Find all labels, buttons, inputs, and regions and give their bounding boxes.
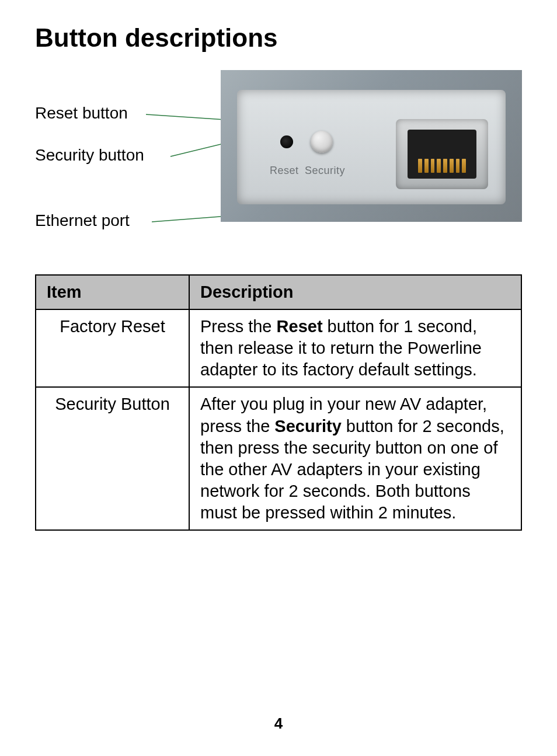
device-photo: Reset Security xyxy=(221,70,522,222)
button-diagram: Reset button Security button Ethernet po… xyxy=(35,70,522,234)
svg-line-2 xyxy=(152,216,228,222)
description-table: Item Description Factory Reset Press the… xyxy=(35,274,522,531)
callout-ethernet: Ethernet port xyxy=(35,211,130,230)
page-number: 4 xyxy=(0,715,557,733)
page-title: Button descriptions xyxy=(35,23,522,53)
callout-security: Security button xyxy=(35,146,144,165)
table-row: Factory Reset Press the Reset button for… xyxy=(36,309,521,387)
table-cell-item: Security Button xyxy=(36,387,189,530)
table-cell-item: Factory Reset xyxy=(36,309,189,387)
reset-button-icon xyxy=(280,135,293,148)
security-button-icon xyxy=(311,131,333,153)
table-header-item: Item xyxy=(36,275,189,309)
photo-label-reset: Reset xyxy=(270,165,299,177)
text-bold: Security xyxy=(274,417,341,436)
photo-label-security: Security xyxy=(305,165,345,177)
text-bold: Reset xyxy=(277,317,323,336)
table-row: Security Button After you plug in your n… xyxy=(36,387,521,530)
table-cell-description: After you plug in your new AV adapter, p… xyxy=(189,387,521,530)
ethernet-port-icon xyxy=(396,119,488,189)
callout-reset: Reset button xyxy=(35,104,128,123)
table-cell-description: Press the Reset button for 1 second, the… xyxy=(189,309,521,387)
table-header-description: Description xyxy=(189,275,521,309)
text: Press the xyxy=(200,317,277,336)
